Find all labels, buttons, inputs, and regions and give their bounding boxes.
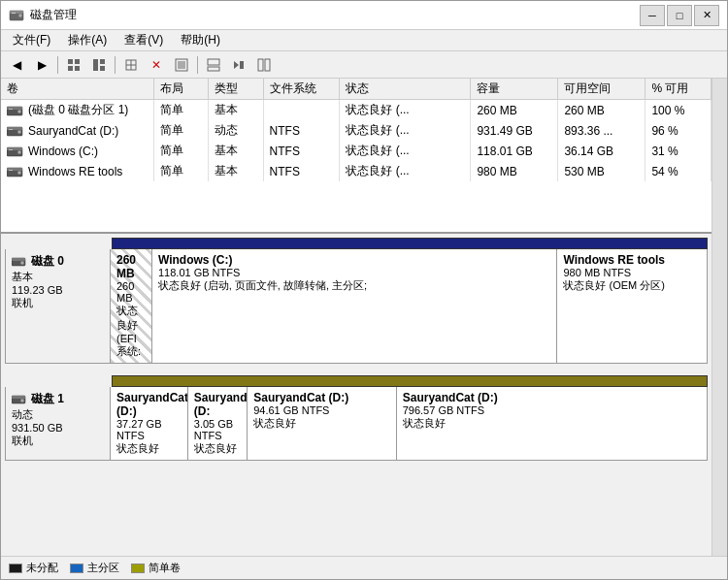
legend-bar: 未分配 主分区 简单卷	[1, 556, 727, 579]
table-cell: 260 MB	[558, 100, 645, 121]
legend-simple: 简单卷	[131, 561, 181, 575]
col-volume: 卷	[1, 79, 154, 100]
table-cell: 简单	[154, 120, 209, 141]
col-layout: 布局	[154, 79, 209, 100]
disk-row-disk1: 磁盘 1 动态 931.50 GB 联机 SauryandCat (D:) 37…	[5, 375, 708, 461]
legend-label-primary: 主分区	[87, 561, 119, 575]
legend-primary: 主分区	[70, 561, 119, 575]
toolbar-btn-delete[interactable]: ✕	[145, 54, 168, 76]
table-cell: 状态良好 (...	[340, 161, 471, 181]
partition-block-disk0-0[interactable]: 260 MB 260 MB 状态良好 (EFI 系统:	[111, 249, 152, 363]
maximize-button[interactable]: □	[667, 5, 692, 26]
title-bar: 磁盘管理 ─ □ ✕	[1, 1, 727, 30]
table-cell: 简单	[154, 100, 209, 121]
svg-rect-17	[208, 67, 219, 71]
svg-rect-4	[68, 59, 73, 64]
svg-rect-16	[208, 59, 219, 65]
disk-visual-area: 磁盘 0 基本 119.23 GB 联机 260 MB 260 MB 状态良好 …	[1, 234, 711, 556]
toolbar-btn-5[interactable]	[170, 54, 193, 76]
toolbar-btn-7[interactable]	[227, 54, 250, 76]
table-cell: Windows RE tools	[1, 161, 154, 181]
title-text: 磁盘管理	[30, 7, 77, 23]
table-cell: 96 %	[645, 120, 711, 141]
partition-block-disk1-2[interactable]: SauryandCat (D:) 94.61 GB NTFS 状态良好	[248, 387, 397, 460]
main-content: 卷 布局 类型 文件系统 状态 容量 可用空间 % 可用	[1, 79, 727, 579]
table-cell: NTFS	[263, 161, 340, 181]
svg-rect-41	[12, 396, 25, 399]
svg-rect-20	[265, 59, 270, 71]
svg-rect-3	[12, 13, 16, 14]
toolbar-btn-3[interactable]	[119, 54, 143, 76]
toolbar-btn-8[interactable]	[252, 54, 276, 76]
toolbar-btn-1[interactable]	[62, 54, 85, 76]
data-table: 卷 布局 类型 文件系统 状态 容量 可用空间 % 可用	[1, 79, 711, 181]
back-button[interactable]: ◀	[5, 54, 28, 76]
svg-point-42	[20, 399, 24, 403]
disk-color-bar-disk0	[112, 238, 708, 249]
title-controls: ─ □ ✕	[640, 5, 719, 26]
table-cell: (磁盘 0 磁盘分区 1)	[1, 100, 154, 121]
svg-rect-6	[68, 66, 73, 71]
table-cell: NTFS	[263, 120, 340, 141]
table-cell: 基本	[209, 100, 263, 121]
forward-button[interactable]: ▶	[30, 54, 53, 76]
table-row[interactable]: SauryandCat (D:) 简单动态NTFS状态良好 (...931.49…	[1, 120, 711, 141]
table-cell: 状态良好 (...	[340, 100, 471, 121]
disk-color-bar-disk1	[112, 375, 708, 387]
table-cell: 简单	[154, 161, 209, 181]
table-row[interactable]: (磁盘 0 磁盘分区 1) 简单基本状态良好 (...260 MB260 MB1…	[1, 100, 711, 121]
menu-bar: 文件(F) 操作(A) 查看(V) 帮助(H)	[1, 30, 727, 51]
table-cell: 931.49 GB	[471, 120, 558, 141]
table-cell: 31 %	[645, 141, 711, 161]
partition-block-disk1-0[interactable]: SauryandCat (D:) 37.27 GB NTFS 状态良好	[111, 387, 188, 460]
table-cell: Windows (C:)	[1, 141, 154, 161]
toolbar-sep-2	[115, 56, 116, 74]
partition-block-disk0-1[interactable]: Windows (C:) 118.01 GB NTFS 状态良好 (启动, 页面…	[152, 249, 558, 363]
partition-table: 卷 布局 类型 文件系统 状态 容量 可用空间 % 可用	[1, 79, 711, 234]
partition-block-disk1-3[interactable]: SauryandCat (D:) 796.57 GB NTFS 状态良好	[397, 387, 707, 460]
disk-partitions-disk0: 260 MB 260 MB 状态良好 (EFI 系统: Windows (C:)…	[111, 249, 707, 363]
menu-action[interactable]: 操作(A)	[60, 30, 115, 50]
table-cell: 基本	[209, 161, 263, 181]
toolbar-btn-6[interactable]	[202, 54, 225, 76]
menu-view[interactable]: 查看(V)	[116, 30, 171, 50]
partition-block-disk1-1[interactable]: SauryandCat (D: 3.05 GB NTFS 状态良好	[188, 387, 248, 460]
table-row[interactable]: Windows RE tools 简单基本NTFS状态良好 (...980 MB…	[1, 161, 711, 181]
svg-rect-9	[100, 59, 105, 64]
svg-rect-38	[12, 258, 25, 261]
main-window: 磁盘管理 ─ □ ✕ 文件(F) 操作(A) 查看(V) 帮助(H) ◀ ▶ ✕	[0, 0, 728, 580]
table-cell	[263, 100, 340, 121]
legend-label-unallocated: 未分配	[26, 561, 58, 575]
svg-rect-18	[240, 61, 244, 69]
legend-label-simple: 简单卷	[149, 561, 181, 575]
table-cell: 状态良好 (...	[340, 141, 471, 161]
scrollbar[interactable]	[711, 79, 727, 556]
partition-block-disk0-2[interactable]: Windows RE tools 980 MB NTFS 状态良好 (OEM 分…	[557, 249, 707, 363]
svg-rect-24	[9, 109, 13, 110]
toolbar-btn-2[interactable]	[87, 54, 111, 76]
menu-help[interactable]: 帮助(H)	[173, 30, 228, 50]
svg-point-31	[17, 150, 21, 154]
legend-color-simple	[131, 564, 145, 573]
table-cell: 530 MB	[558, 161, 645, 181]
svg-point-39	[20, 261, 24, 265]
table-cell: 简单	[154, 141, 209, 161]
table-row[interactable]: Windows (C:) 简单基本NTFS状态良好 (...118.01 GB3…	[1, 141, 711, 161]
title-bar-left: 磁盘管理	[9, 7, 77, 23]
svg-rect-15	[178, 61, 185, 69]
menu-file[interactable]: 文件(F)	[5, 30, 58, 50]
svg-point-27	[17, 130, 21, 134]
close-button[interactable]: ✕	[694, 5, 719, 26]
col-status: 状态	[340, 79, 471, 100]
minimize-button[interactable]: ─	[640, 5, 665, 26]
toolbar: ◀ ▶ ✕	[1, 51, 727, 79]
table-cell: NTFS	[263, 141, 340, 161]
legend-color-unallocated	[9, 564, 22, 573]
disk-partitions-disk1: SauryandCat (D:) 37.27 GB NTFS 状态良好 Saur…	[111, 387, 707, 460]
legend-unallocated: 未分配	[9, 561, 58, 575]
disk-info-row-disk0: 磁盘 0 基本 119.23 GB 联机 260 MB 260 MB 状态良好 …	[5, 249, 708, 364]
svg-rect-19	[258, 59, 263, 71]
table-cell: SauryandCat (D:)	[1, 120, 154, 141]
table-cell: 100 %	[645, 100, 711, 121]
col-capacity: 容量	[471, 79, 558, 100]
